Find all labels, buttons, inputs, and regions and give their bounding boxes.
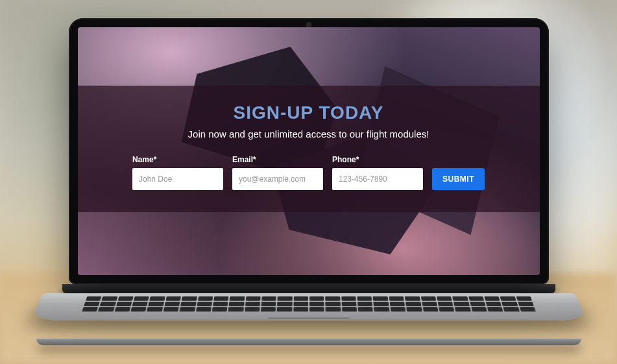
signup-subtitle: Join now and get unlimited access to our… — [104, 128, 514, 140]
laptop-front-edge — [36, 339, 581, 345]
laptop-mockup: SIGN-UP TODAY Join now and get unlimited… — [69, 18, 549, 345]
keyboard-keys — [82, 297, 536, 312]
signup-banner: SIGN-UP TODAY Join now and get unlimited… — [78, 86, 540, 212]
trackpad-edge — [268, 318, 349, 319]
phone-field-group: Phone* — [332, 155, 423, 190]
phone-input[interactable] — [332, 168, 423, 190]
name-label: Name* — [132, 155, 223, 164]
submit-button[interactable]: SUBMIT — [432, 168, 485, 190]
email-input[interactable] — [232, 168, 323, 190]
email-label: Email* — [232, 155, 323, 164]
signup-form-row: Name* Email* Phone* SUBMIT — [104, 155, 514, 190]
photo-background: SIGN-UP TODAY Join now and get unlimited… — [0, 0, 617, 364]
laptop-hinge — [62, 284, 555, 293]
name-input[interactable] — [132, 168, 223, 190]
laptop-lid: SIGN-UP TODAY Join now and get unlimited… — [69, 18, 549, 284]
laptop-keyboard-deck — [31, 293, 586, 321]
laptop-screen: SIGN-UP TODAY Join now and get unlimited… — [78, 27, 540, 275]
signup-title: SIGN-UP TODAY — [104, 103, 514, 123]
webcam-dot-icon — [307, 23, 311, 27]
phone-label: Phone* — [332, 155, 423, 164]
email-field-group: Email* — [232, 155, 323, 190]
name-field-group: Name* — [132, 155, 223, 190]
